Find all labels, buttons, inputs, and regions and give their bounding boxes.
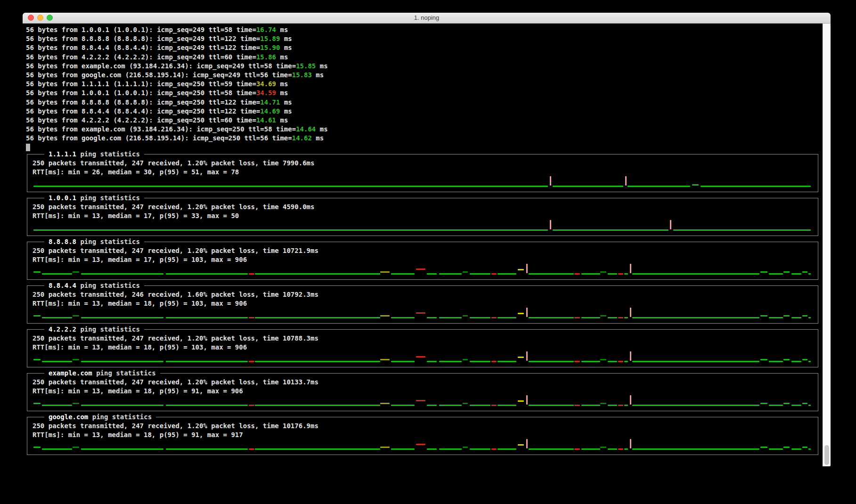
ping-time-unit: ms xyxy=(276,116,288,124)
ping-line: 56 bytes from 1.1.1.1 (1.1.1.1): icmp_se… xyxy=(26,80,823,89)
sparkline-segment xyxy=(574,448,580,450)
packet-summary-line: 250 packets transmitted, 246 received, 1… xyxy=(27,290,818,299)
packet-loss-spike-icon xyxy=(526,264,528,273)
ping-time-unit: ms xyxy=(276,89,288,97)
packet-loss-spike-icon xyxy=(630,264,631,273)
sparkline-segment xyxy=(791,361,801,362)
ping-stats-box: 8.8.4.4 ping statistics250 packets trans… xyxy=(27,285,818,324)
window-titlebar[interactable]: 1. noping xyxy=(23,13,831,24)
sparkline-segment xyxy=(463,359,468,360)
ping-stats-box-title: 8.8.8.8 ping statistics xyxy=(44,237,144,246)
sparkline-segment xyxy=(769,405,783,406)
sparkline-segment xyxy=(529,448,574,450)
sparkline-segment xyxy=(783,271,790,273)
sparkline-segment xyxy=(518,400,524,402)
sparkline-segment xyxy=(255,317,380,318)
rtt-summary-line: RTT[ms]: min = 13, median = 18, p(95) = … xyxy=(27,387,818,396)
sparkline-segment xyxy=(42,317,72,318)
sparkline-segment xyxy=(791,317,801,318)
sparkline-segment xyxy=(760,315,767,317)
sparkline-segment xyxy=(518,313,524,314)
ping-line: 56 bytes from 8.8.4.4 (8.8.4.4): icmp_se… xyxy=(26,43,823,52)
ping-line-prefix: 56 bytes from 1.0.0.1 (1.0.0.1): icmp_se… xyxy=(26,89,256,97)
sparkline-segment xyxy=(255,448,380,450)
sparkline-segment xyxy=(81,405,163,406)
packet-loss-spike-icon xyxy=(526,351,528,361)
sparkline-segment xyxy=(166,448,248,450)
sparkline-segment xyxy=(760,359,767,360)
sparkline-segment xyxy=(673,229,811,231)
ping-statistics-boxes: 1.1.1.1 ping statistics250 packets trans… xyxy=(26,154,823,455)
rtt-summary-line: RTT[ms]: min = 13, median = 17, p(95) = … xyxy=(27,255,818,264)
sparkline-segment xyxy=(608,317,617,318)
stats-title-suffix: ping statistics xyxy=(76,282,140,289)
sparkline-segment xyxy=(166,273,248,275)
sparkline-segment xyxy=(632,448,760,450)
packet-loss-spike-icon xyxy=(630,395,631,405)
ping-time-unit: ms xyxy=(280,98,292,106)
rtt-sparkline xyxy=(33,176,811,188)
sparkline-segment xyxy=(624,273,628,275)
scrollbar-thumb[interactable] xyxy=(824,445,829,465)
sparkline-segment xyxy=(760,447,767,448)
sparkline-segment xyxy=(249,448,254,450)
sparkline-segment xyxy=(608,448,617,450)
ping-stats-box-title: 1.1.1.1 ping statistics xyxy=(44,150,144,159)
scrollbar-track[interactable] xyxy=(823,24,831,466)
sparkline-segment xyxy=(808,317,811,318)
sparkline-segment xyxy=(33,229,548,231)
ping-line-prefix: 56 bytes from example.com (93.184.216.34… xyxy=(26,125,296,133)
sparkline-segment xyxy=(529,361,574,362)
ping-stats-box: 4.2.2.2 ping statistics250 packets trans… xyxy=(27,329,818,367)
sparkline-segment xyxy=(518,269,524,270)
ping-line-prefix: 56 bytes from google.com (216.58.195.14)… xyxy=(26,134,292,142)
sparkline-segment xyxy=(463,447,468,448)
ping-stats-box-title: example.com ping statistics xyxy=(44,369,160,378)
sparkline-segment xyxy=(553,229,668,231)
sparkline-segment xyxy=(618,273,624,275)
ping-time-value: 15.89 xyxy=(260,35,280,42)
sparkline-segment xyxy=(581,317,600,318)
rtt-sparkline xyxy=(33,264,811,276)
sparkline-segment xyxy=(427,273,437,275)
sparkline-segment xyxy=(166,361,248,362)
sparkline-segment xyxy=(581,405,600,406)
ping-line-prefix: 56 bytes from 1.1.1.1 (1.1.1.1): icmp_se… xyxy=(26,80,256,88)
sparkline-segment xyxy=(42,405,72,406)
stats-host-name: 8.8.4.4 xyxy=(49,282,76,289)
sparkline-segment xyxy=(518,357,524,358)
packet-summary-line: 250 packets transmitted, 247 received, 1… xyxy=(27,203,818,211)
sparkline-segment xyxy=(380,403,390,404)
ping-time-unit: ms xyxy=(312,71,324,79)
sparkline-segment xyxy=(632,317,760,318)
sparkline-segment xyxy=(33,186,548,187)
sparkline-segment xyxy=(518,444,524,446)
sparkline-segment xyxy=(470,273,491,275)
sparkline-segment xyxy=(574,405,580,406)
ping-time-unit: ms xyxy=(276,53,288,61)
sparkline-segment xyxy=(439,361,462,362)
sparkline-segment xyxy=(624,448,628,450)
stats-host-name: example.com xyxy=(49,369,92,377)
sparkline-segment xyxy=(491,448,497,450)
sparkline-segment xyxy=(416,400,425,401)
sparkline-segment xyxy=(391,273,415,275)
sparkline-segment xyxy=(463,403,468,404)
ping-stats-box-title: google.com ping statistics xyxy=(44,413,156,422)
ping-time-value: 15.85 xyxy=(296,62,316,70)
ping-line-prefix: 56 bytes from 1.0.0.1 (1.0.0.1): icmp_se… xyxy=(26,26,256,33)
sparkline-segment xyxy=(497,273,516,275)
sparkline-segment xyxy=(783,447,790,448)
stats-host-name: 4.2.2.2 xyxy=(49,325,76,333)
ping-stats-box: 8.8.8.8 ping statistics250 packets trans… xyxy=(27,242,818,280)
sparkline-segment xyxy=(33,271,41,273)
sparkline-segment xyxy=(624,317,628,318)
sparkline-segment xyxy=(701,186,811,187)
rtt-summary-line: RTT[ms]: min = 13, median = 18, p(95) = … xyxy=(27,343,818,352)
ping-stats-box-title: 4.2.2.2 ping statistics xyxy=(44,325,144,334)
sparkline-segment xyxy=(608,361,617,362)
ping-time-value: 14.64 xyxy=(296,125,316,133)
sparkline-segment xyxy=(574,273,580,275)
sparkline-segment xyxy=(166,317,248,318)
sparkline-segment xyxy=(491,317,497,318)
